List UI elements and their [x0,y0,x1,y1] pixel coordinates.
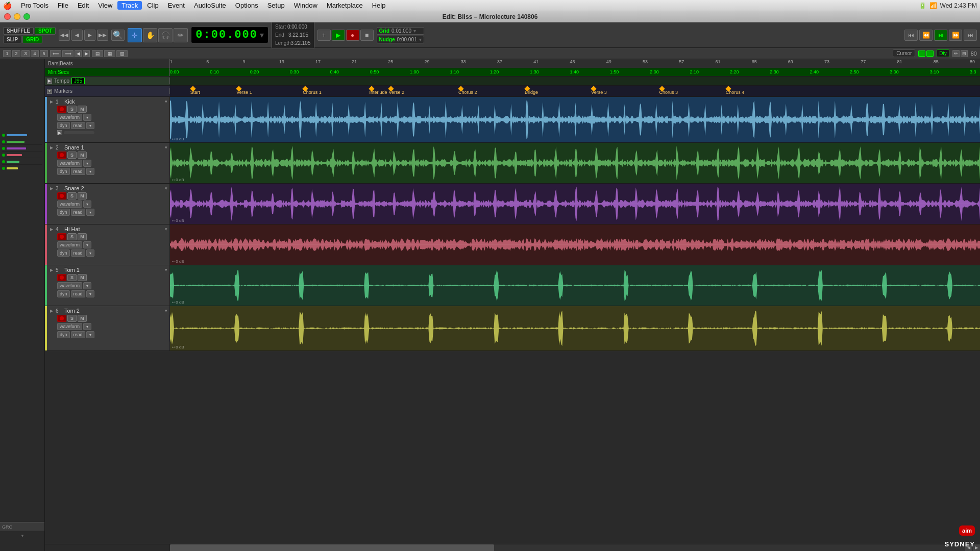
marker-interlude[interactable]: Interlude [369,86,387,95]
grid-icon[interactable]: ⊞ [961,50,968,57]
rewind-button[interactable]: ◀ [71,30,83,41]
read-tom1[interactable]: read [71,290,85,297]
track-expand-arrow-snare2[interactable]: ▾ [165,186,167,191]
mute-tom2[interactable]: M [78,315,87,322]
pencil-tool-button[interactable]: ✏ [174,28,188,42]
waveform-area-tom2[interactable]: ⑅ 0 dB [170,306,980,350]
add-track-button[interactable]: + [317,30,331,41]
menu-help[interactable]: Help [368,1,390,10]
read-kick[interactable]: read [71,122,85,129]
record-arm-snare1[interactable] [57,152,66,159]
zoom-num-1[interactable]: 1 [3,50,11,57]
dyn-snare2[interactable]: dyn [57,209,70,216]
zoom-in-button[interactable]: 🔍 [111,30,125,41]
zoom-num-4[interactable]: 4 [31,50,39,57]
scroll-down-area[interactable]: ▼ [0,531,45,541]
waveform-area-tom1[interactable]: ⑅ 0 dB [170,265,980,306]
track-expand-tom2[interactable]: ▶ [49,308,54,313]
read-dropdown-snare1[interactable]: ▾ [86,168,94,175]
forward-button[interactable]: ▶ [84,30,95,41]
menu-clip[interactable]: Clip [143,1,162,10]
waveform-area-snare1[interactable]: ⑅ 0 dB [170,143,980,183]
track-expand-arrow-tom1[interactable]: ▾ [165,267,167,272]
mute-kick[interactable]: M [78,106,87,113]
waveform-dropdown-kick[interactable]: ▾ [83,114,91,121]
grid-btn-3[interactable]: ▧ [116,50,128,57]
marker-start[interactable]: Start [190,86,200,95]
volume-fader-kick[interactable] [64,131,94,134]
track-expand-tom1[interactable]: ▶ [49,267,54,272]
read-dropdown-snare2[interactable]: ▾ [86,209,94,216]
stop-button[interactable]: ■ [360,30,374,41]
mute-snare1[interactable]: M [78,152,87,159]
marker-chorus-4[interactable]: Chorus 4 [726,86,745,95]
master-play-button[interactable]: ⏯ [934,30,947,41]
master-end-button[interactable]: ⏭ [964,30,977,41]
waveform-plugin-snare1[interactable]: waveform [57,160,82,167]
scrollbar-thumb[interactable] [170,544,494,552]
track-expand-kick[interactable]: ▶ [49,99,54,104]
waveform-dropdown-tom2[interactable]: ▾ [83,323,91,330]
back-button[interactable]: ◀◀ [59,30,70,41]
dyn-snare1[interactable]: dyn [57,168,70,175]
marker-bridge[interactable]: Bridge [525,86,538,95]
track-expand-snare2[interactable]: ▶ [49,186,54,191]
marker-chorus-1[interactable]: Chorus 1 [303,86,322,95]
grid-btn-2[interactable]: ▦ [104,50,115,57]
scroll-right-button[interactable]: ⟹ [62,50,74,57]
read-dropdown-tom2[interactable]: ▾ [86,331,94,338]
track-expand-bottom-kick[interactable]: ▶ [57,130,62,135]
selector-tool-button[interactable]: ✛ [128,28,142,42]
solo-tom2[interactable]: S [67,315,77,322]
waveform-plugin-hihat[interactable]: waveform [57,241,82,248]
zoom-horz-out[interactable]: ◀ [75,50,82,57]
waveform-plugin-tom2[interactable]: waveform [57,323,82,330]
maximize-button[interactable] [23,13,30,20]
grid-btn-1[interactable]: ▤ [92,50,103,57]
menu-window[interactable]: Window [290,1,322,10]
master-return-button[interactable]: ⏮ [904,30,918,41]
dyn-kick[interactable]: dyn [57,122,70,129]
menu-file[interactable]: File [54,1,72,10]
read-dropdown-tom1[interactable]: ▾ [86,290,94,297]
solo-snare1[interactable]: S [67,152,77,159]
read-dropdown-kick[interactable]: ▾ [86,122,94,129]
shuffle-button[interactable]: SHUFFLE [3,27,34,35]
waveform-dropdown-snare1[interactable]: ▾ [83,160,91,167]
menu-marketplace[interactable]: Marketplace [323,1,367,10]
minimize-button[interactable] [14,13,20,20]
record-arm-snare2[interactable] [57,192,66,199]
read-tom2[interactable]: read [71,331,85,338]
track-expand-hihat[interactable]: ▶ [49,227,54,232]
read-hihat[interactable]: read [71,249,85,257]
waveform-dropdown-snare2[interactable]: ▾ [83,201,91,208]
menu-audiosuite[interactable]: AudioSuite [190,1,230,10]
mute-snare2[interactable]: M [78,192,87,199]
scrollbar-area[interactable]: ◀ ▶ [45,544,980,551]
track-expand-arrow-snare1[interactable]: ▾ [165,145,167,150]
zoom-num-5[interactable]: 5 [40,50,48,57]
marker-verse-3[interactable]: Verse 3 [591,86,607,95]
read-snare1[interactable]: read [71,168,85,175]
track-expand-snare1[interactable]: ▶ [49,145,54,150]
menu-setup[interactable]: Setup [263,1,289,10]
waveform-area-kick[interactable]: ⑅ 0 dB [170,97,980,142]
menu-options[interactable]: Options [231,1,262,10]
nudge-dropdown-icon[interactable]: ▾ [419,37,422,42]
dyn-tom2[interactable]: dyn [57,331,70,338]
waveform-dropdown-tom1[interactable]: ▾ [83,282,91,289]
track-expand-arrow-hihat[interactable]: ▾ [165,227,167,232]
zoom-num-2[interactable]: 2 [12,50,20,57]
marker-chorus-2[interactable]: Chorus 2 [458,86,477,95]
scroll-left-button[interactable]: ⟸ [50,50,61,57]
track-expand-arrow-kick[interactable]: ▾ [165,99,167,104]
ffwd-button[interactable]: ▶▶ [97,30,108,41]
record-arm-tom2[interactable] [57,315,66,322]
slip-button[interactable]: SLIP [3,36,21,43]
record-arm-hihat[interactable] [57,233,66,240]
menu-track[interactable]: Track [117,1,142,10]
solo-tom1[interactable]: S [67,274,77,281]
scrub-tool-button[interactable]: 🎧 [158,28,173,42]
menu-view[interactable]: View [94,1,116,10]
play-button[interactable]: ▶ [332,30,345,41]
